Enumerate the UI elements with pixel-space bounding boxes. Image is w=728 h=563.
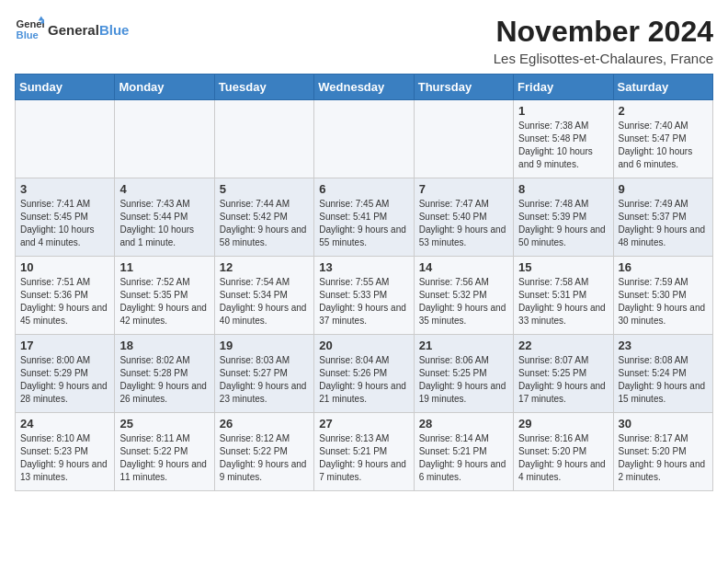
calendar-cell: 22Sunrise: 8:07 AM Sunset: 5:25 PM Dayli… [514,335,613,413]
header-monday: Monday [115,75,214,100]
calendar-cell: 26Sunrise: 8:12 AM Sunset: 5:22 PM Dayli… [214,413,313,491]
day-number: 7 [419,182,508,196]
day-info: Sunrise: 8:13 AM Sunset: 5:21 PM Dayligh… [319,432,408,484]
day-info: Sunrise: 8:10 AM Sunset: 5:23 PM Dayligh… [20,432,109,484]
calendar-cell [414,100,513,178]
day-number: 17 [20,339,109,352]
day-info: Sunrise: 7:59 AM Sunset: 5:30 PM Dayligh… [619,276,708,327]
calendar-cell: 30Sunrise: 8:17 AM Sunset: 5:20 PM Dayli… [613,413,712,491]
day-number: 16 [619,260,708,274]
calendar-cell: 12Sunrise: 7:54 AM Sunset: 5:34 PM Dayli… [214,257,313,335]
day-info: Sunrise: 7:51 AM Sunset: 5:36 PM Dayligh… [20,276,109,327]
day-info: Sunrise: 8:16 AM Sunset: 5:20 PM Dayligh… [518,432,608,484]
day-number: 28 [419,417,508,431]
calendar-cell: 18Sunrise: 8:02 AM Sunset: 5:28 PM Dayli… [115,335,214,413]
svg-text:Blue: Blue [17,29,39,40]
header-wednesday: Wednesday [314,75,414,100]
calendar-cell: 5Sunrise: 7:44 AM Sunset: 5:42 PM Daylig… [214,178,313,257]
day-info: Sunrise: 8:06 AM Sunset: 5:25 PM Dayligh… [419,354,508,406]
calendar-cell: 16Sunrise: 7:59 AM Sunset: 5:30 PM Dayli… [613,257,712,335]
calendar-week-row: 1Sunrise: 7:38 AM Sunset: 5:48 PM Daylig… [16,100,713,178]
calendar-cell: 10Sunrise: 7:51 AM Sunset: 5:36 PM Dayli… [16,257,115,335]
day-info: Sunrise: 7:43 AM Sunset: 5:44 PM Dayligh… [119,198,209,249]
day-number: 18 [119,339,209,352]
day-number: 25 [119,417,209,431]
day-number: 29 [518,417,608,431]
calendar-week-row: 24Sunrise: 8:10 AM Sunset: 5:23 PM Dayli… [16,413,713,491]
calendar-cell: 23Sunrise: 8:08 AM Sunset: 5:24 PM Dayli… [613,335,712,413]
calendar-cell [314,100,414,178]
day-info: Sunrise: 7:54 AM Sunset: 5:34 PM Dayligh… [220,276,309,327]
day-info: Sunrise: 8:02 AM Sunset: 5:28 PM Dayligh… [119,354,209,406]
day-info: Sunrise: 7:45 AM Sunset: 5:41 PM Dayligh… [319,198,408,249]
logo-icon: General Blue [15,15,44,44]
day-number: 26 [220,417,309,431]
day-info: Sunrise: 7:58 AM Sunset: 5:31 PM Dayligh… [518,276,608,327]
day-info: Sunrise: 7:40 AM Sunset: 5:47 PM Dayligh… [619,120,708,171]
header-tuesday: Tuesday [214,75,313,100]
header: General Blue GeneralBlue November 2024 L… [15,15,713,66]
day-info: Sunrise: 8:08 AM Sunset: 5:24 PM Dayligh… [619,354,708,406]
day-number: 15 [518,260,608,274]
day-info: Sunrise: 8:11 AM Sunset: 5:22 PM Dayligh… [119,432,209,484]
calendar-cell: 29Sunrise: 8:16 AM Sunset: 5:20 PM Dayli… [514,413,613,491]
day-number: 22 [518,339,608,352]
calendar-cell: 21Sunrise: 8:06 AM Sunset: 5:25 PM Dayli… [414,335,513,413]
calendar-cell: 9Sunrise: 7:49 AM Sunset: 5:37 PM Daylig… [613,178,712,257]
day-info: Sunrise: 8:04 AM Sunset: 5:26 PM Dayligh… [319,354,408,406]
header-saturday: Saturday [613,75,712,100]
calendar-cell: 25Sunrise: 8:11 AM Sunset: 5:22 PM Dayli… [115,413,214,491]
day-number: 23 [619,339,708,352]
day-info: Sunrise: 8:03 AM Sunset: 5:27 PM Dayligh… [220,354,309,406]
calendar-cell: 2Sunrise: 7:40 AM Sunset: 5:47 PM Daylig… [613,100,712,178]
day-info: Sunrise: 8:12 AM Sunset: 5:22 PM Dayligh… [220,432,309,484]
calendar-cell: 15Sunrise: 7:58 AM Sunset: 5:31 PM Dayli… [514,257,613,335]
header-thursday: Thursday [414,75,513,100]
day-number: 4 [119,182,209,196]
day-info: Sunrise: 8:00 AM Sunset: 5:29 PM Dayligh… [20,354,109,406]
main-title: November 2024 [494,15,713,49]
calendar-cell: 27Sunrise: 8:13 AM Sunset: 5:21 PM Dayli… [314,413,414,491]
day-number: 2 [619,104,708,118]
calendar-cell: 17Sunrise: 8:00 AM Sunset: 5:29 PM Dayli… [16,335,115,413]
calendar-table: SundayMondayTuesdayWednesdayThursdayFrid… [15,74,713,491]
calendar-week-row: 3Sunrise: 7:41 AM Sunset: 5:45 PM Daylig… [16,178,713,257]
calendar-cell [115,100,214,178]
day-info: Sunrise: 8:07 AM Sunset: 5:25 PM Dayligh… [518,354,608,406]
calendar-cell: 3Sunrise: 7:41 AM Sunset: 5:45 PM Daylig… [16,178,115,257]
calendar-cell: 19Sunrise: 8:03 AM Sunset: 5:27 PM Dayli… [214,335,313,413]
day-number: 1 [518,104,608,118]
calendar-cell [16,100,115,178]
day-info: Sunrise: 8:14 AM Sunset: 5:21 PM Dayligh… [419,432,508,484]
day-number: 27 [319,417,408,431]
day-number: 9 [619,182,708,196]
day-number: 10 [20,260,109,274]
day-number: 30 [619,417,708,431]
day-number: 3 [20,182,109,196]
day-info: Sunrise: 7:44 AM Sunset: 5:42 PM Dayligh… [220,198,309,249]
logo: General Blue GeneralBlue [15,15,129,44]
calendar-cell: 4Sunrise: 7:43 AM Sunset: 5:44 PM Daylig… [115,178,214,257]
calendar-week-row: 10Sunrise: 7:51 AM Sunset: 5:36 PM Dayli… [16,257,713,335]
calendar-cell: 14Sunrise: 7:56 AM Sunset: 5:32 PM Dayli… [414,257,513,335]
day-info: Sunrise: 7:47 AM Sunset: 5:40 PM Dayligh… [419,198,508,249]
day-number: 13 [319,260,408,274]
day-number: 6 [319,182,408,196]
day-number: 5 [220,182,309,196]
day-number: 12 [220,260,309,274]
day-info: Sunrise: 7:38 AM Sunset: 5:48 PM Dayligh… [518,120,608,171]
day-info: Sunrise: 7:49 AM Sunset: 5:37 PM Dayligh… [619,198,708,249]
day-number: 14 [419,260,508,274]
calendar-cell: 13Sunrise: 7:55 AM Sunset: 5:33 PM Dayli… [314,257,414,335]
calendar-cell: 11Sunrise: 7:52 AM Sunset: 5:35 PM Dayli… [115,257,214,335]
calendar-cell: 28Sunrise: 8:14 AM Sunset: 5:21 PM Dayli… [414,413,513,491]
calendar-cell: 7Sunrise: 7:47 AM Sunset: 5:40 PM Daylig… [414,178,513,257]
day-number: 21 [419,339,508,352]
calendar-cell: 8Sunrise: 7:48 AM Sunset: 5:39 PM Daylig… [514,178,613,257]
day-number: 24 [20,417,109,431]
calendar-cell: 24Sunrise: 8:10 AM Sunset: 5:23 PM Dayli… [16,413,115,491]
calendar-cell: 6Sunrise: 7:45 AM Sunset: 5:41 PM Daylig… [314,178,414,257]
calendar-cell: 20Sunrise: 8:04 AM Sunset: 5:26 PM Dayli… [314,335,414,413]
day-info: Sunrise: 7:55 AM Sunset: 5:33 PM Dayligh… [319,276,408,327]
header-friday: Friday [514,75,613,100]
